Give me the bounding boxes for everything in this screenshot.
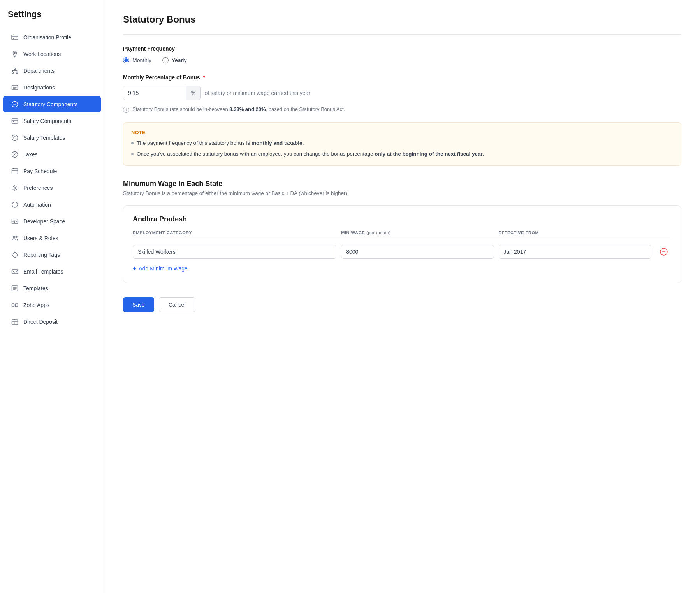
svg-rect-20 (12, 304, 14, 307)
th-minwage: MIN WAGE (per month) (341, 230, 494, 235)
sidebar-label-preferences: Preferences (23, 185, 53, 191)
radio-monthly-label: Monthly (132, 57, 151, 63)
preferences-icon (11, 184, 19, 192)
info-row: Statutory Bonus rate should be in-betwee… (123, 106, 681, 113)
min-wage-input[interactable] (341, 245, 494, 259)
org-icon (11, 33, 19, 41)
sidebar-item-email-templates[interactable]: Email Templates (3, 263, 101, 280)
svg-point-2 (14, 53, 16, 54)
sidebar-label-templates: Templates (23, 285, 48, 291)
cancel-button[interactable]: Cancel (159, 297, 195, 312)
sidebar-item-work-locations[interactable]: Work Locations (3, 46, 101, 62)
svg-point-17 (16, 236, 17, 238)
automation-icon (11, 201, 19, 209)
svg-point-23 (14, 323, 16, 324)
sidebar-item-users-roles[interactable]: Users & Roles (3, 230, 101, 246)
note-box: NOTE: The payment frequency of this stat… (123, 122, 681, 166)
svg-rect-25 (126, 109, 127, 111)
email-icon (11, 268, 19, 275)
th-employment: EMPLOYMENT CATEGORY (133, 230, 336, 235)
deposit-icon (11, 318, 19, 326)
sidebar-item-org-profile[interactable]: Organisation Profile (3, 29, 101, 46)
sidebar-item-automation[interactable]: Automation (3, 196, 101, 213)
sidebar-label-designations: Designations (23, 84, 55, 91)
zoho-icon (11, 301, 19, 309)
sidebar-label-taxes: Taxes (23, 151, 38, 158)
svg-rect-6 (12, 85, 18, 90)
save-button[interactable]: Save (123, 297, 154, 312)
note-label: NOTE: (131, 130, 673, 135)
note-bold-1: monthly and taxable. (252, 140, 304, 146)
note-bold-2: only at the beginning of the next fiscal… (375, 151, 484, 157)
th-effective: EFFECTIVE FROM (499, 230, 651, 235)
payment-frequency-label: Payment Frequency (123, 46, 681, 52)
sidebar-label-work-locations: Work Locations (23, 51, 61, 57)
svg-rect-8 (12, 119, 18, 123)
sidebar-item-templates[interactable]: Templates (3, 280, 101, 296)
sidebar-item-zoho-apps[interactable]: Zoho Apps (3, 297, 101, 313)
sidebar-item-developer-space[interactable]: Developer Space (3, 213, 101, 230)
radio-monthly[interactable]: Monthly (123, 57, 151, 63)
salary-comp-icon (11, 117, 19, 125)
add-minimum-wage-button[interactable]: + Add Minimum Wage (133, 263, 188, 274)
salary-tmpl-icon (11, 134, 19, 142)
employment-category-input[interactable] (133, 245, 336, 259)
sidebar-label-users-roles: Users & Roles (23, 235, 58, 241)
th-action (656, 230, 672, 235)
svg-point-11 (12, 135, 18, 141)
sidebar-label-developer-space: Developer Space (23, 218, 65, 225)
svg-rect-18 (12, 270, 18, 274)
table-row (133, 245, 672, 259)
bonus-percentage-input[interactable] (123, 86, 186, 100)
sidebar-item-direct-deposit[interactable]: Direct Deposit (3, 314, 101, 330)
svg-rect-21 (16, 304, 18, 307)
radio-monthly-input[interactable] (123, 57, 129, 63)
state-name: Andhra Pradesh (133, 215, 672, 223)
svg-point-14 (14, 187, 16, 189)
sidebar-title: Settings (0, 9, 104, 29)
info-icon (123, 107, 129, 113)
main-content: Statutory Bonus Payment Frequency Monthl… (104, 0, 700, 593)
svg-rect-0 (12, 35, 18, 40)
state-card-andhra: Andhra Pradesh EMPLOYMENT CATEGORY MIN W… (123, 205, 681, 283)
sidebar-label-salary-components: Salary Components (23, 118, 71, 124)
note-bullet-1 (131, 142, 134, 144)
sidebar-label-zoho-apps: Zoho Apps (23, 302, 49, 308)
sidebar-label-departments: Departments (23, 68, 55, 74)
svg-point-10 (14, 137, 16, 139)
sidebar-item-salary-templates[interactable]: Salary Templates (3, 130, 101, 146)
sidebar-item-salary-components[interactable]: Salary Components (3, 113, 101, 129)
action-row: Save Cancel (123, 297, 681, 312)
designations-icon (11, 84, 19, 91)
sidebar-item-designations[interactable]: Designations (3, 79, 101, 96)
developer-icon (11, 218, 19, 225)
remove-row-button[interactable] (656, 248, 672, 256)
note-item-2: Once you've associated the statutory bon… (131, 150, 673, 158)
sidebar-item-taxes[interactable]: Taxes (3, 146, 101, 163)
add-wage-label: Add Minimum Wage (139, 265, 188, 272)
sidebar-item-statutory-components[interactable]: Statutory Components (3, 96, 101, 112)
taxes-icon (11, 151, 19, 158)
sidebar-item-pay-schedule[interactable]: Pay Schedule (3, 163, 101, 179)
payment-frequency-group: Monthly Yearly (123, 57, 681, 63)
table-header: EMPLOYMENT CATEGORY MIN WAGE (per month)… (133, 230, 672, 239)
svg-rect-1 (13, 38, 14, 39)
info-text: Statutory Bonus rate should be in-betwee… (132, 106, 345, 112)
svg-rect-13 (12, 169, 18, 174)
note-text-2: Once you've associated the statutory bon… (137, 150, 484, 158)
sidebar-item-preferences[interactable]: Preferences (3, 180, 101, 196)
sidebar-item-reporting-tags[interactable]: Reporting Tags (3, 247, 101, 263)
radio-yearly-input[interactable] (162, 57, 169, 63)
radio-yearly[interactable]: Yearly (162, 57, 186, 63)
effective-from-input[interactable] (499, 245, 651, 259)
bonus-percentage-label: Monthly Percentage of Bonus * (123, 74, 681, 81)
svg-point-16 (13, 236, 15, 238)
sidebar-label-automation: Automation (23, 202, 51, 208)
divider (123, 34, 681, 35)
svg-rect-28 (662, 251, 665, 252)
sidebar-item-departments[interactable]: Departments (3, 63, 101, 79)
th-minwage-sub: (per month) (366, 230, 391, 235)
svg-point-7 (12, 102, 18, 107)
reporting-icon (11, 251, 19, 259)
sidebar-label-salary-templates: Salary Templates (23, 135, 65, 141)
